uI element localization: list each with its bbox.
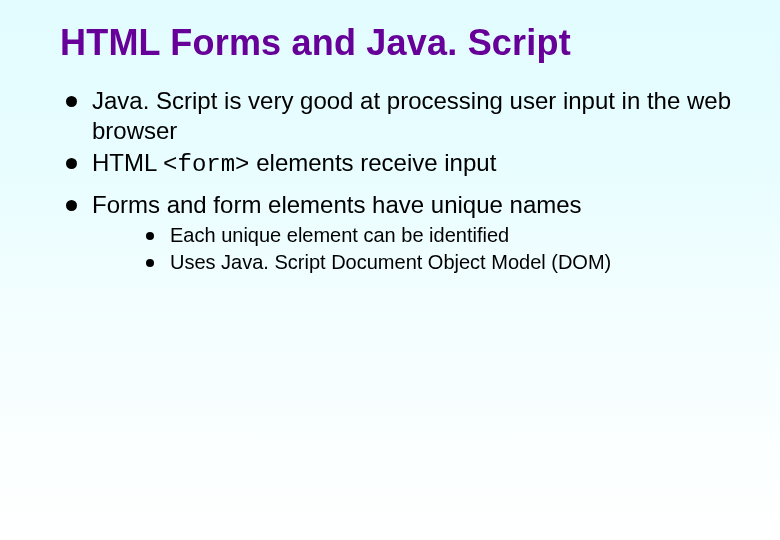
sub-bullet-item: Uses Java. Script Document Object Model … (146, 249, 736, 276)
slide: HTML Forms and Java. Script Java. Script… (0, 0, 780, 540)
sub-bullet-item: Each unique element can be identified (146, 222, 736, 249)
bullet-text-suffix: elements receive input (250, 149, 497, 176)
bullet-text-prefix: HTML (92, 149, 163, 176)
bullet-item: HTML <form> elements receive input (66, 148, 736, 180)
bullet-text: Forms and form elements have unique name… (92, 191, 582, 218)
code-literal: <form> (163, 151, 249, 178)
spacer (60, 182, 736, 190)
bullet-list-level-1: Forms and form elements have unique name… (60, 190, 736, 276)
sub-bullet-text: Each unique element can be identified (170, 224, 509, 246)
slide-title: HTML Forms and Java. Script (60, 22, 736, 64)
bullet-text: Java. Script is very good at processing … (92, 87, 731, 144)
bullet-list-level-1: Java. Script is very good at processing … (60, 86, 736, 180)
bullet-list-level-2: Each unique element can be identified Us… (92, 222, 736, 276)
bullet-item: Forms and form elements have unique name… (66, 190, 736, 276)
bullet-item: Java. Script is very good at processing … (66, 86, 736, 146)
sub-bullet-text: Uses Java. Script Document Object Model … (170, 251, 611, 273)
